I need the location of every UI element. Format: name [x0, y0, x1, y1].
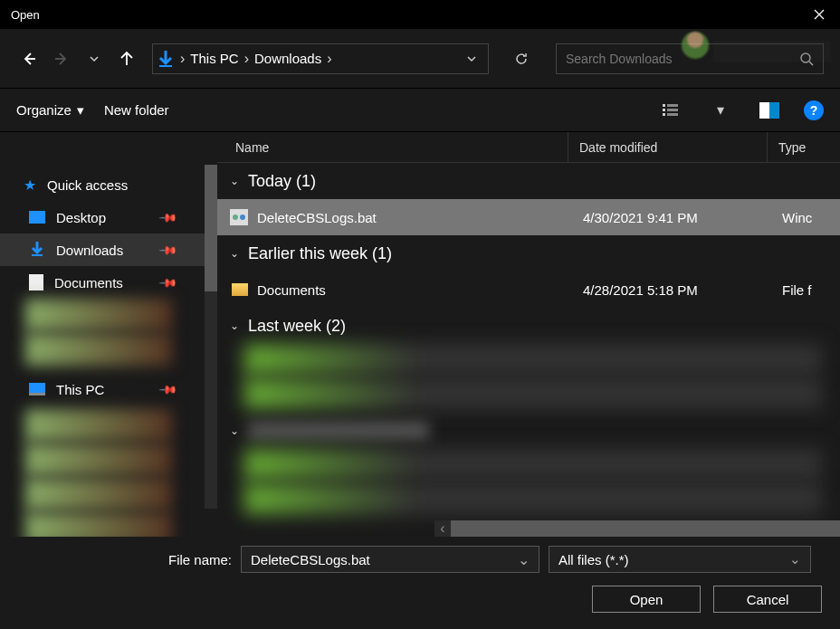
bat-file-icon — [217, 209, 257, 225]
sidebar-item-label: This PC — [56, 382, 104, 397]
group-header-redacted[interactable]: ⌄ — [217, 413, 840, 449]
view-dropdown[interactable]: ▾ — [706, 98, 735, 123]
group-label: Today (1) — [248, 172, 316, 191]
sidebar-item-downloads[interactable]: Downloads 📌 — [0, 233, 217, 266]
address-bar[interactable]: › This PC › Downloads › — [152, 43, 489, 74]
svg-rect-8 — [667, 104, 678, 107]
scrollbar-thumb[interactable] — [205, 165, 217, 291]
pin-icon: 📌 — [158, 272, 178, 292]
redacted-file-row — [244, 344, 822, 375]
sidebar-item-documents[interactable]: Documents 📌 — [0, 266, 217, 299]
file-filter-select[interactable]: All files (*.*) ⌄ — [549, 546, 811, 573]
view-options-button[interactable] — [657, 98, 686, 123]
file-date: 4/30/2021 9:41 PM — [583, 210, 782, 225]
close-button[interactable] — [798, 0, 840, 29]
sidebar-item-desktop[interactable]: Desktop 📌 — [0, 201, 217, 233]
sidebar-scrollbar[interactable] — [205, 165, 217, 509]
svg-point-1 — [687, 32, 703, 48]
sidebar-item-label: Desktop — [56, 210, 106, 225]
this-pc-icon — [29, 383, 45, 396]
file-date: 4/28/2021 5:18 PM — [583, 282, 782, 298]
svg-rect-7 — [663, 113, 665, 116]
svg-point-14 — [240, 214, 245, 220]
sidebar-item-label: Downloads — [56, 243, 123, 258]
file-row[interactable]: Documents 4/28/2021 5:18 PM File f — [217, 272, 840, 308]
caret-down-icon: ▾ — [717, 101, 724, 119]
file-type: File f — [782, 282, 812, 298]
svg-rect-3 — [159, 65, 172, 67]
caret-down-icon: ▾ — [77, 102, 84, 119]
sidebar-item-this-pc[interactable]: This PC 📌 — [0, 373, 217, 405]
group-header-earlier[interactable]: ⌄ Earlier this week (1) — [217, 235, 840, 272]
column-header-type[interactable]: Type — [768, 132, 806, 162]
redacted-file-row — [244, 449, 822, 480]
back-button[interactable] — [16, 46, 42, 71]
group-label: Last week (2) — [248, 317, 346, 336]
svg-rect-2 — [713, 41, 831, 62]
close-icon — [814, 9, 825, 20]
cancel-button[interactable]: Cancel — [713, 586, 822, 613]
location-icon — [153, 49, 178, 69]
star-icon: ★ — [24, 176, 36, 194]
organize-label: Organize — [16, 102, 72, 118]
chevron-right-icon: › — [325, 51, 333, 67]
address-dropdown[interactable] — [455, 44, 488, 73]
list-view-icon — [663, 102, 681, 119]
recent-dropdown[interactable] — [81, 46, 107, 71]
window-title: Open — [11, 8, 798, 22]
file-list: ⌄ Today (1) DeleteCBSLogs.bat 4/30/2021 … — [217, 163, 840, 537]
downloads-icon — [29, 241, 45, 260]
filename-dropdown[interactable]: ⌄ — [518, 551, 530, 568]
file-type: Winc — [782, 210, 812, 225]
redacted-item — [25, 409, 172, 442]
chevron-down-icon: ⌄ — [230, 319, 241, 332]
svg-rect-10 — [667, 113, 678, 116]
arrow-left-icon — [21, 51, 37, 67]
organize-menu[interactable]: Organize ▾ — [16, 102, 84, 119]
redacted-item — [25, 299, 172, 331]
group-header-today[interactable]: ⌄ Today (1) — [217, 163, 840, 199]
up-button[interactable] — [114, 46, 139, 71]
chevron-down-icon — [90, 54, 99, 63]
arrow-right-icon — [53, 51, 70, 67]
sidebar-item-label: Documents — [54, 275, 123, 291]
help-button[interactable]: ? — [804, 100, 824, 120]
redacted-item — [25, 478, 172, 510]
refresh-icon — [514, 52, 529, 66]
redacted-label — [248, 422, 429, 440]
pin-icon: 📌 — [158, 207, 178, 227]
chevron-down-icon: ⌄ — [230, 247, 241, 260]
svg-rect-6 — [663, 109, 665, 111]
file-name: Documents — [257, 282, 583, 298]
chevron-down-icon: ⌄ — [230, 424, 241, 437]
column-header-date[interactable]: Date modified — [568, 132, 768, 162]
preview-pane-icon — [759, 102, 779, 119]
filename-input[interactable] — [251, 552, 518, 567]
redacted-item — [25, 443, 172, 476]
svg-point-13 — [233, 214, 238, 220]
preview-pane-button[interactable] — [755, 98, 784, 123]
chevron-down-icon: ⌄ — [230, 175, 241, 187]
file-row-selected[interactable]: DeleteCBSLogs.bat 4/30/2021 9:41 PM Winc — [217, 199, 840, 235]
redacted-file-row — [244, 378, 822, 409]
breadcrumb-this-pc[interactable]: This PC — [186, 51, 242, 66]
sidebar-quick-access[interactable]: ★ Quick access — [0, 168, 217, 201]
new-folder-button[interactable]: New folder — [104, 102, 169, 118]
folder-icon — [217, 283, 257, 296]
forward-button[interactable] — [49, 46, 74, 71]
svg-rect-11 — [32, 254, 43, 256]
filename-label: File name: — [0, 552, 232, 567]
navigation-pane: ★ Quick access Desktop 📌 Downloads 📌 Doc… — [0, 163, 217, 537]
breadcrumb-downloads[interactable]: Downloads — [251, 51, 325, 66]
group-header-lastweek[interactable]: ⌄ Last week (2) — [217, 308, 840, 344]
pin-icon: 📌 — [158, 240, 178, 260]
quick-access-label: Quick access — [47, 177, 128, 193]
file-name: DeleteCBSLogs.bat — [257, 210, 583, 225]
open-button[interactable]: Open — [592, 586, 701, 613]
arrow-up-icon — [119, 51, 135, 67]
document-icon — [29, 274, 43, 291]
filename-field[interactable]: ⌄ — [241, 546, 539, 573]
redacted-item — [25, 333, 172, 366]
column-header-name[interactable]: Name — [217, 132, 568, 162]
refresh-button[interactable] — [503, 43, 539, 74]
